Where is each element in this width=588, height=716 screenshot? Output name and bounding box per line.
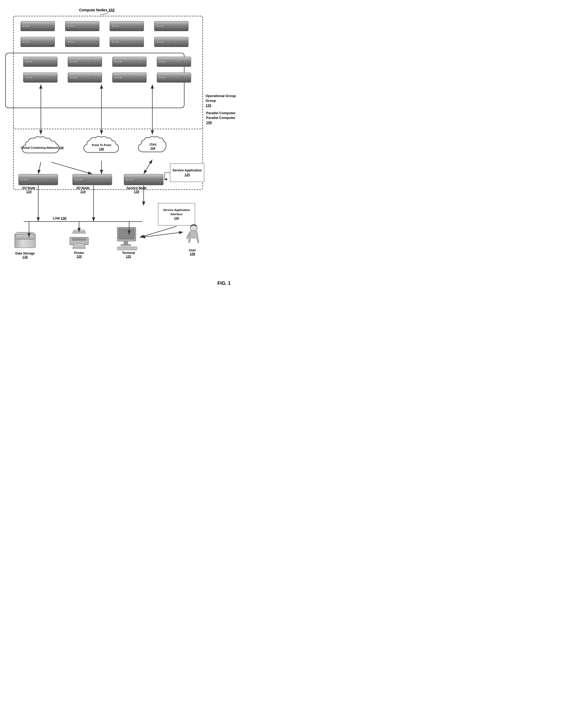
compute-nodes-label: Compute Nodes 102	[79, 8, 114, 12]
svg-line-36	[140, 226, 176, 237]
terminal-item: Terminal122	[116, 227, 141, 259]
server-cell	[106, 21, 147, 31]
io-node-1-label: I/O Node110	[22, 186, 35, 193]
server-cell	[17, 21, 58, 31]
server-cell	[109, 57, 150, 67]
server-row-3	[20, 57, 194, 67]
svg-rect-9	[119, 229, 134, 239]
io-node-1-server	[18, 174, 58, 186]
svg-line-37	[141, 232, 183, 237]
global-combining-network-cloud: Global Combining Network 106	[20, 135, 65, 161]
terminal-icon	[116, 227, 141, 250]
svg-rect-2	[73, 232, 85, 233]
server-cell	[64, 57, 105, 67]
lan-label: LAN 130	[53, 216, 66, 220]
svg-rect-7	[73, 247, 85, 249]
service-node-server	[124, 174, 163, 186]
svg-rect-12	[117, 247, 137, 250]
svg-rect-4	[72, 239, 86, 240]
service-application-box: Service Application 124	[170, 164, 204, 182]
svg-rect-11	[121, 244, 131, 246]
server-cell	[17, 37, 58, 47]
diagram-container: Parallel Computer Parallel Computer 100 …	[0, 0, 237, 290]
server-cell	[151, 37, 192, 47]
operational-group-label: Operational Group Group 132	[206, 94, 236, 108]
user-icon	[185, 224, 200, 248]
server-row-4	[20, 73, 194, 83]
server-cell	[151, 21, 192, 31]
server-row-2	[17, 37, 192, 47]
svg-rect-6	[73, 246, 85, 247]
svg-rect-3	[70, 237, 88, 245]
server-cell	[20, 73, 61, 83]
printer-icon	[67, 229, 91, 250]
service-node-label: Service Node116	[127, 186, 147, 193]
io-node-2-label: I/O Node114	[77, 186, 89, 193]
server-cell	[62, 21, 103, 31]
svg-rect-10	[124, 241, 128, 245]
parallel-computer-label: Parallel Computer Parallel Computer 100	[206, 111, 235, 125]
server-cell	[109, 73, 150, 83]
figure-label: FIG. 1	[217, 281, 231, 286]
point-to-point-cloud: Point To Point108	[82, 135, 121, 160]
server-cell	[153, 73, 194, 83]
server-cell	[62, 37, 103, 47]
data-storage-item: Data Storage118	[15, 232, 36, 259]
service-application-interface-box: Service Application Interface 126	[158, 203, 195, 225]
jtag-cloud: JTAG104	[137, 135, 169, 158]
server-cell	[64, 73, 105, 83]
server-cell	[20, 57, 61, 67]
server-cell	[106, 37, 147, 47]
server-row-1	[17, 21, 192, 31]
user-item: User128	[185, 224, 200, 256]
printer-item: Printer120	[67, 229, 91, 259]
io-node-2-server	[72, 174, 112, 186]
server-cell	[153, 57, 194, 67]
